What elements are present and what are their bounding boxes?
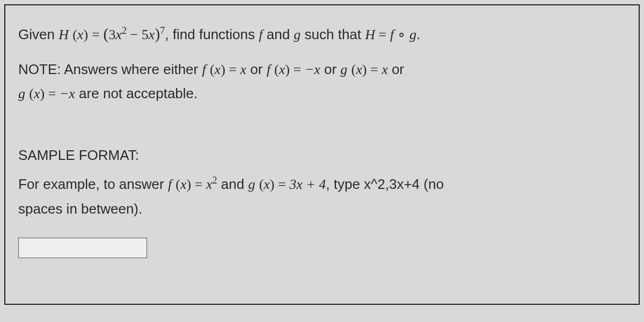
- note-negx2: −x: [60, 86, 75, 101]
- minus-sign: −: [127, 27, 142, 42]
- note-line-1: NOTE: Answers where either f (x) = x or …: [18, 57, 626, 82]
- question-panel: Given H (x) = (3x2 − 5x)7, find function…: [4, 4, 640, 305]
- note-rp: ): [221, 62, 225, 77]
- coef-3: 3: [108, 27, 115, 42]
- note-x3a: x: [356, 62, 362, 77]
- sample-xsq-pow: 2: [212, 175, 217, 186]
- var-x: x: [115, 27, 122, 42]
- text-find-functions: , find functions: [165, 26, 259, 42]
- symbol-H-2: H: [365, 27, 375, 42]
- note-lp: (: [210, 62, 215, 77]
- period: .: [416, 26, 420, 42]
- equals-sign: =: [92, 27, 103, 42]
- symbol-g-2: g: [409, 27, 416, 42]
- sample-f: f: [168, 177, 172, 192]
- sample-eq2: =: [275, 177, 290, 192]
- symbol-x: x: [77, 27, 84, 42]
- note-g: g: [340, 62, 347, 77]
- note-rp2: ): [285, 62, 290, 77]
- sample-lp2: (: [259, 177, 264, 192]
- note-x2: x: [382, 62, 388, 77]
- compose-symbol: ∘: [394, 27, 409, 42]
- sample-prefix: For example, to answer: [18, 176, 168, 192]
- note-x2a: x: [279, 62, 286, 77]
- note-x: x: [215, 62, 221, 77]
- sample-lp: (: [175, 177, 180, 192]
- note-rp4: ): [40, 86, 45, 101]
- note-eq4: =: [45, 86, 60, 101]
- paren-open: (: [72, 27, 77, 42]
- symbol-f-2: f: [390, 27, 394, 42]
- sample-line-2: spaces in between).: [18, 197, 626, 221]
- note-lp4: (: [29, 86, 34, 101]
- note-x4a: x: [34, 86, 40, 101]
- sample-tail2: spaces in between).: [18, 201, 142, 217]
- sample-eq: =: [191, 177, 206, 192]
- symbol-g: g: [294, 27, 301, 42]
- answer-input[interactable]: [18, 238, 147, 258]
- symbol-H: H: [58, 27, 69, 42]
- power-2: 2: [122, 25, 127, 36]
- note-lp2: (: [274, 62, 279, 77]
- text-such-that: such that: [301, 26, 365, 42]
- note-lp3: (: [352, 62, 356, 77]
- sample-x2: x: [264, 177, 270, 192]
- note-or2: or: [320, 61, 341, 77]
- sample-rp: ): [187, 177, 192, 192]
- text-given: Given: [18, 26, 58, 42]
- var-x-2: x: [149, 27, 155, 42]
- sample-gexpr: 3x + 4: [289, 177, 326, 192]
- sample-xsq-base: x: [206, 177, 213, 192]
- power-7: 7: [160, 25, 165, 36]
- note-tail: are not acceptable.: [75, 85, 197, 101]
- note-f2: f: [267, 62, 270, 77]
- coef-5: 5: [142, 27, 149, 42]
- note-eq2: =: [290, 62, 305, 77]
- big-paren-open: (: [103, 25, 108, 42]
- note-x1: x: [240, 62, 247, 77]
- note-line-2: g (x) = −x are not acceptable.: [18, 82, 626, 106]
- sample-rp2: ): [270, 177, 275, 192]
- sample-g: g: [248, 177, 255, 192]
- note-or3: or: [388, 61, 404, 77]
- text-and: and: [262, 26, 294, 42]
- problem-statement: Given H (x) = (3x2 − 5x)7, find function…: [18, 20, 626, 48]
- note-g2: g: [18, 86, 25, 101]
- sample-x: x: [180, 177, 187, 192]
- equals-sign-2: =: [375, 27, 390, 42]
- sample-and: and: [217, 176, 248, 192]
- note-prefix: NOTE: Answers where either: [18, 61, 202, 77]
- big-paren-close: ): [155, 25, 160, 42]
- sample-line-1: For example, to answer f (x) = x2 and g …: [18, 172, 626, 196]
- sample-format-heading: SAMPLE FORMAT:: [18, 143, 626, 167]
- note-negx: −x: [305, 62, 320, 77]
- note-f: f: [202, 62, 206, 77]
- note-eq3: =: [367, 62, 382, 77]
- note-eq: =: [225, 62, 240, 77]
- paren-close: ): [83, 27, 88, 42]
- note-or1: or: [246, 61, 267, 77]
- sample-tail: , type x^2,3x+4 (no: [326, 176, 444, 192]
